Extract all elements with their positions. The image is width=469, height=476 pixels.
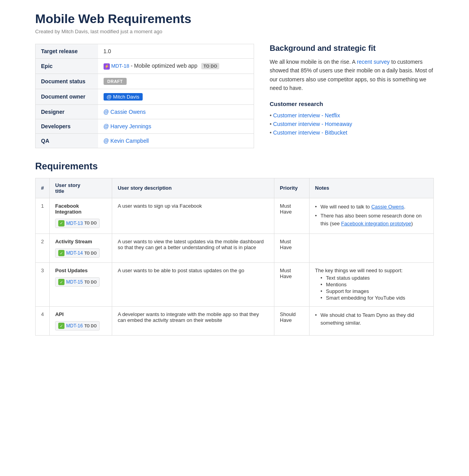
list-item: Customer interview - Homeaway (270, 120, 434, 128)
jira-id: MDT-15 (66, 279, 83, 285)
customer-research-title: Customer research (270, 101, 434, 107)
draft-badge: DRAFT (104, 78, 127, 85)
story-title-post: Post Updates (55, 268, 106, 273)
row-num: 2 (36, 234, 50, 263)
meta-label-epic: Epic (36, 59, 98, 74)
todo-label: TO DO (84, 221, 97, 225)
meta-value-qa: @ Kevin Campbell (98, 133, 254, 148)
story-badge-mdt13[interactable]: ✓ MDT-13 TO DO (55, 219, 100, 228)
qa-mention[interactable]: @ Kevin Campbell (104, 138, 149, 144)
meta-label-designer: Designer (36, 104, 98, 119)
table-row: 1 Facebook Integration ✓ MDT-13 TO DO A … (36, 198, 434, 234)
note-item: We should chat to Team Dyno as they did … (315, 311, 428, 327)
meta-row-doc-owner: Document owner @ Mitch Davis (36, 89, 254, 104)
note-item: Text status updates (320, 275, 428, 281)
meta-row-developers: Developers @ Harvey Jennings (36, 119, 254, 133)
meta-label-qa: QA (36, 133, 98, 148)
notes-intro: The key things we will need to support: (315, 268, 403, 273)
col-header-priority: Priority (274, 178, 310, 198)
row-story-title: Post Updates ✓ MDT-15 TO DO (50, 263, 112, 307)
row-num: 1 (36, 198, 50, 234)
background-panel: Background and strategic fit We all know… (270, 44, 434, 148)
todo-label: TO DO (84, 324, 97, 328)
jira-id: MDT-16 (66, 323, 83, 329)
meta-value-doc-owner: @ Mitch Davis (98, 89, 254, 104)
story-title-activity: Activity Stream (55, 239, 106, 244)
row-story-title: API ✓ MDT-16 TO DO (50, 307, 112, 336)
meta-row-target-release: Target release 1.0 (36, 44, 254, 59)
doc-owner-mention[interactable]: @ Mitch Davis (104, 93, 143, 101)
row-story-desc: A user wants to be able to post status u… (112, 263, 274, 307)
background-title: Background and strategic fit (270, 44, 434, 53)
col-header-story-title: User storytitle (50, 178, 112, 198)
note-item: Mentions (320, 282, 428, 287)
todo-label: TO DO (84, 280, 97, 284)
row-story-desc: A developer wants to integrate with the … (112, 307, 274, 336)
jira-id: MDT-14 (66, 250, 83, 256)
story-badge-mdt14[interactable]: ✓ MDT-14 TO DO (55, 248, 100, 258)
interview-netflix-link[interactable]: Customer interview - Netflix (273, 112, 340, 119)
cassie-link[interactable]: Cassie Owens (371, 204, 404, 210)
row-story-desc: A user wants to sign up via Facebook (112, 198, 274, 234)
row-notes (310, 234, 434, 263)
meta-label-target-release: Target release (36, 44, 98, 59)
meta-value-designer: @ Cassie Owens (98, 104, 254, 119)
meta-row-epic: Epic ⚡ MDT-18 - Mobile optimized web app… (36, 59, 254, 74)
recent-survey-link[interactable]: recent survey (357, 59, 390, 65)
row-priority: Should Have (274, 307, 310, 336)
story-badge-mdt15[interactable]: ✓ MDT-15 TO DO (55, 277, 100, 287)
note-item: Smart embedding for YouTube vids (320, 295, 428, 301)
story-icon: ✓ (58, 250, 64, 256)
notes-list: We will need to talk to Cassie Owens. Th… (315, 203, 428, 228)
story-icon: ✓ (58, 279, 64, 285)
table-header-row: # User storytitle User story description… (36, 178, 434, 198)
meta-label-doc-status: Document status (36, 74, 98, 89)
list-item: Customer interview - Netflix (270, 111, 434, 120)
facebook-proto-link[interactable]: Facebook integration prototype (341, 221, 411, 226)
page-subtitle: Created by Mitch Davis, last modified ju… (35, 29, 434, 34)
note-item: We will need to talk to Cassie Owens. (315, 203, 428, 211)
meta-label-doc-owner: Document owner (36, 89, 98, 104)
col-header-notes: Notes (310, 178, 434, 198)
meta-value-doc-status: DRAFT (98, 74, 254, 89)
meta-value-epic: ⚡ MDT-18 - Mobile optimized web app TO D… (98, 59, 254, 74)
row-num: 3 (36, 263, 50, 307)
top-section: Target release 1.0 Epic ⚡ MDT-18 - Mobil… (35, 44, 434, 148)
interview-bitbucket-link[interactable]: Customer interview - Bitbucket (273, 129, 347, 136)
requirements-table: # User storytitle User story description… (35, 178, 434, 336)
background-para: We all know mobile is on the rise. A rec… (270, 57, 434, 93)
row-num: 4 (36, 307, 50, 336)
developer-mention[interactable]: @ Harvey Jennings (104, 123, 151, 129)
meta-row-designer: Designer @ Cassie Owens (36, 104, 254, 119)
list-item: Customer interview - Bitbucket (270, 128, 434, 137)
note-item: There has also been some research done o… (315, 212, 428, 227)
todo-label: TO DO (84, 251, 97, 255)
row-priority: Must Have (274, 234, 310, 263)
meta-value-target-release: 1.0 (98, 44, 254, 59)
page-title: Mobile Web Requirements (35, 12, 434, 26)
col-header-num: # (36, 178, 50, 198)
epic-jira-link[interactable]: MDT-18 (111, 63, 129, 69)
interview-homeaway-link[interactable]: Customer interview - Homeaway (273, 121, 352, 127)
designer-mention[interactable]: @ Cassie Owens (104, 109, 146, 115)
story-icon: ✓ (58, 323, 64, 329)
story-icon: ✓ (58, 220, 64, 226)
row-priority: Must Have (274, 198, 310, 234)
note-item: Support for images (320, 288, 428, 294)
table-row: 4 API ✓ MDT-16 TO DO A developer wants t… (36, 307, 434, 336)
epic-icon: ⚡ (104, 63, 110, 70)
story-badge-mdt16[interactable]: ✓ MDT-16 TO DO (55, 321, 100, 331)
notes-sub-list: Text status updates Mentions Support for… (315, 275, 428, 301)
table-row: 2 Activity Stream ✓ MDT-14 TO DO A user … (36, 234, 434, 263)
epic-todo-badge: TO DO (201, 63, 220, 69)
meta-row-qa: QA @ Kevin Campbell (36, 133, 254, 148)
notes-list: We should chat to Team Dyno as they did … (315, 311, 428, 327)
epic-jira-text: - Mobile optimized web app (131, 63, 197, 69)
meta-row-doc-status: Document status DRAFT (36, 74, 254, 89)
meta-value-developers: @ Harvey Jennings (98, 119, 254, 133)
col-header-story-desc: User story description (112, 178, 274, 198)
meta-table: Target release 1.0 Epic ⚡ MDT-18 - Mobil… (35, 44, 254, 148)
row-story-title: Activity Stream ✓ MDT-14 TO DO (50, 234, 112, 263)
meta-label-developers: Developers (36, 119, 98, 133)
requirements-title: Requirements (35, 161, 434, 172)
